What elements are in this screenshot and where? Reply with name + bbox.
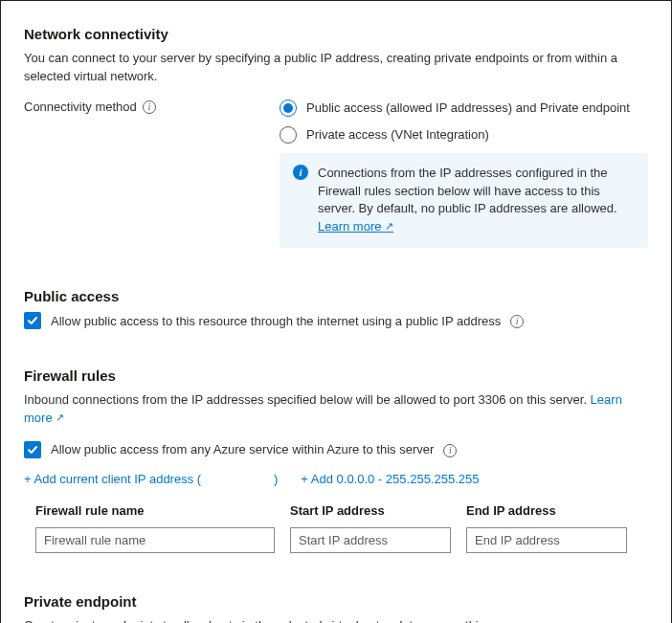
azure-services-checkbox-row[interactable]: Allow public access from any Azure servi… bbox=[24, 441, 648, 458]
network-connectivity-desc: You can connect to your server by specif… bbox=[24, 50, 648, 86]
firewall-rules-desc-text: Inbound connections from the IP addresse… bbox=[24, 392, 591, 407]
info-icon[interactable]: i bbox=[510, 315, 524, 328]
connectivity-info-box: i Connections from the IP addresses conf… bbox=[280, 153, 648, 248]
add-full-range-link[interactable]: + Add 0.0.0.0 - 255.255.255.255 bbox=[301, 472, 479, 486]
private-endpoint-title: Private endpoint bbox=[24, 593, 648, 610]
end-ip-input[interactable] bbox=[466, 527, 627, 553]
start-ip-input[interactable] bbox=[290, 527, 451, 553]
public-access-checkbox-row[interactable]: Allow public access to this resource thr… bbox=[24, 312, 648, 329]
radio-icon bbox=[280, 100, 297, 117]
connectivity-method-label: Connectivity method bbox=[24, 100, 137, 114]
radio-private-label: Private access (VNet Integration) bbox=[306, 127, 489, 142]
public-access-checkbox-label: Allow public access to this resource thr… bbox=[51, 314, 501, 328]
firewall-table-row bbox=[24, 527, 648, 553]
firewall-table-header: Firewall rule name Start IP address End … bbox=[24, 503, 648, 518]
info-circle-icon: i bbox=[293, 165, 308, 180]
connectivity-method-row: Connectivity method i Public access (all… bbox=[24, 100, 648, 248]
info-text-body: Connections from the IP addresses config… bbox=[318, 166, 617, 216]
info-icon[interactable]: i bbox=[143, 100, 156, 114]
checkbox-checked-icon bbox=[24, 441, 41, 458]
connectivity-info-text: Connections from the IP addresses config… bbox=[318, 165, 635, 236]
external-link-icon: ↗ bbox=[385, 220, 393, 232]
firewall-add-links: + Add current client IP address ( ) + Ad… bbox=[24, 472, 648, 486]
firewall-rules-title: Firewall rules bbox=[24, 367, 648, 384]
col-start-ip: Start IP address bbox=[290, 503, 451, 518]
col-rule-name: Firewall rule name bbox=[35, 503, 275, 518]
rule-name-input[interactable] bbox=[35, 527, 275, 553]
checkbox-checked-icon bbox=[24, 312, 41, 329]
network-connectivity-title: Network connectivity bbox=[24, 26, 648, 42]
radio-public-access[interactable]: Public access (allowed IP addresses) and… bbox=[280, 100, 648, 117]
connectivity-method-fields: Public access (allowed IP addresses) and… bbox=[280, 100, 648, 248]
learn-more-link[interactable]: Learn more ↗ bbox=[318, 219, 393, 234]
info-icon[interactable]: i bbox=[443, 444, 457, 457]
azure-services-checkbox-label: Allow public access from any Azure servi… bbox=[51, 442, 434, 456]
radio-icon bbox=[280, 126, 297, 144]
add-client-ip-link[interactable]: + Add current client IP address ( ) bbox=[24, 472, 278, 486]
radio-private-access[interactable]: Private access (VNet Integration) bbox=[280, 126, 648, 144]
private-endpoint-desc: Create private endpoints to allow hosts … bbox=[24, 617, 648, 623]
connectivity-method-label-col: Connectivity method i bbox=[24, 100, 268, 248]
external-link-icon: ↗ bbox=[56, 412, 64, 423]
radio-public-label: Public access (allowed IP addresses) and… bbox=[306, 100, 630, 115]
public-access-title: Public access bbox=[24, 288, 648, 304]
firewall-rules-desc: Inbound connections from the IP addresse… bbox=[24, 391, 648, 428]
col-end-ip: End IP address bbox=[466, 503, 627, 518]
